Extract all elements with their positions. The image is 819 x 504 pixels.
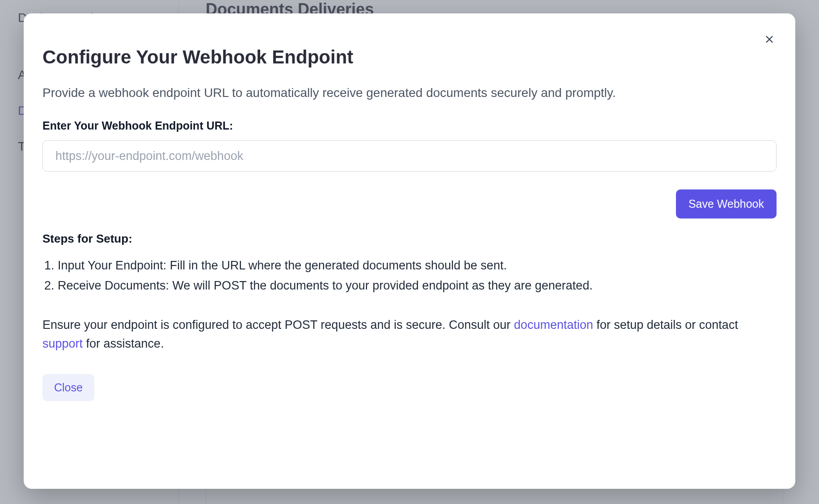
footnote-text: for setup details or contact xyxy=(593,318,738,332)
close-icon-button[interactable] xyxy=(760,30,778,48)
save-webhook-button[interactable]: Save Webhook xyxy=(676,189,777,218)
footnote-text: Ensure your endpoint is configured to ac… xyxy=(42,318,514,332)
modal-overlay[interactable]: Configure Your Webhook Endpoint Provide … xyxy=(0,0,819,504)
webhook-url-label: Enter Your Webhook Endpoint URL: xyxy=(42,119,777,132)
webhook-config-modal: Configure Your Webhook Endpoint Provide … xyxy=(24,13,795,489)
steps-heading: Steps for Setup: xyxy=(42,232,777,246)
setup-step: Receive Documents: We will POST the docu… xyxy=(58,276,777,296)
setup-step: Input Your Endpoint: Fill in the URL whe… xyxy=(58,256,777,276)
documentation-link[interactable]: documentation xyxy=(514,318,593,332)
modal-footnote: Ensure your endpoint is configured to ac… xyxy=(42,316,777,353)
footnote-text: for assistance. xyxy=(83,337,164,350)
webhook-url-input[interactable] xyxy=(42,140,777,172)
support-link[interactable]: support xyxy=(42,337,83,350)
modal-description: Provide a webhook endpoint URL to automa… xyxy=(42,84,777,101)
setup-steps-list: Input Your Endpoint: Fill in the URL whe… xyxy=(42,256,777,295)
close-icon xyxy=(764,34,775,45)
modal-title: Configure Your Webhook Endpoint xyxy=(42,46,777,68)
close-button[interactable]: Close xyxy=(42,374,94,401)
